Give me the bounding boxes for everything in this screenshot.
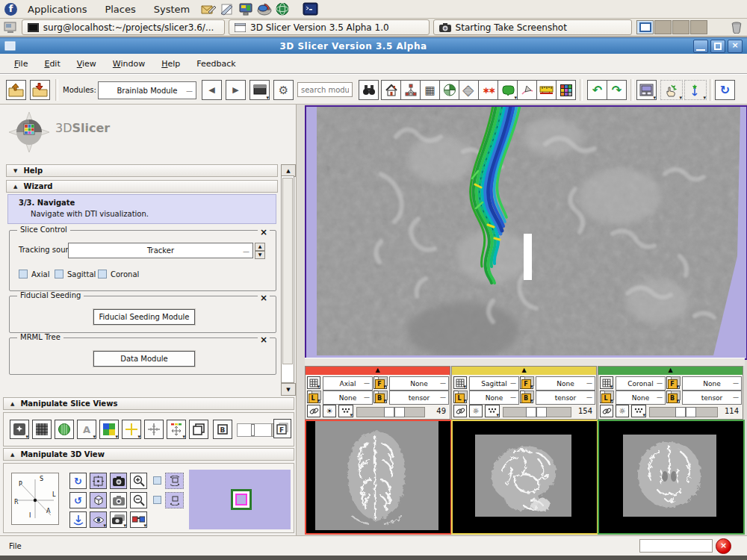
coronal-orientation-combobox[interactable]: Coronal— (616, 376, 666, 391)
axial-labelmap-combobox[interactable]: None— (323, 391, 373, 405)
look-from-button[interactable] (90, 492, 107, 508)
module-forward-button[interactable]: ▶ (226, 80, 246, 100)
sagittal-fit-button[interactable]: ▾ (485, 405, 500, 417)
sagittal-controller-bar[interactable]: ▲ (452, 367, 596, 375)
slice-label-opacity-button[interactable]: A ▾ (77, 420, 96, 439)
fade-slider[interactable] (237, 423, 273, 437)
manipulate-slice-views-header[interactable]: ▲ Manipulate Slice Views (3, 397, 294, 410)
slice-spatial-units-button[interactable]: ▾ (167, 420, 186, 439)
module-history-button[interactable]: ▾ (249, 80, 270, 100)
view-splitter[interactable]: ▼ ▲ (305, 358, 745, 366)
axial-orientation-combobox[interactable]: Axial— (323, 376, 373, 391)
axial-fit-button[interactable]: ▾ (338, 405, 353, 417)
ruler-module-button[interactable] (536, 80, 557, 100)
undo-button[interactable]: ↶ (587, 80, 607, 100)
sagittal-background-combobox[interactable]: tensor— (536, 391, 595, 405)
help-section-header[interactable]: ▼ Help (6, 164, 278, 177)
coronal-slice-link-grid-button[interactable]: ▾ (600, 376, 613, 389)
rock-checkbox[interactable] (153, 496, 161, 504)
scrollbar-down-button[interactable]: ▼ (281, 383, 296, 396)
coronal-slice-slider[interactable] (649, 407, 718, 417)
slice-grid-button[interactable] (32, 420, 52, 439)
coronal-foreground-button[interactable]: F▾ (666, 376, 680, 389)
sagittal-background-button[interactable]: B▾ (520, 391, 533, 403)
coronal-visibility-button[interactable]: ☼ (616, 405, 629, 417)
show-desktop-icon[interactable] (3, 20, 18, 35)
toggle-background-button[interactable]: B (213, 420, 232, 439)
workspace-3[interactable] (672, 20, 689, 34)
slider-handle[interactable] (384, 407, 394, 417)
close-button[interactable]: × (728, 40, 743, 53)
visibility-3d-button[interactable]: ▾ (90, 511, 107, 528)
save-scene-button[interactable] (30, 80, 50, 100)
axial-background-button[interactable]: B▾ (374, 391, 387, 403)
sagittal-visibility-button[interactable]: ☼ (469, 405, 483, 417)
slider-handle[interactable] (675, 407, 686, 417)
coronal-slice-view[interactable] (598, 420, 745, 535)
taskbar-item-screenshot[interactable]: Starting Take Screenshot (433, 19, 633, 35)
load-scene-button[interactable] (6, 80, 26, 100)
slider-handle[interactable] (394, 407, 405, 417)
menu-file[interactable]: File (6, 57, 36, 71)
axial-link-button[interactable] (307, 405, 320, 417)
coronal-fit-button[interactable]: ▾ (631, 405, 646, 417)
menu-system[interactable]: System (146, 2, 197, 16)
layout-button[interactable]: ▾ (636, 80, 657, 100)
pitch-view-button[interactable] (69, 511, 87, 528)
navigation-view-box[interactable] (231, 489, 252, 510)
sagittal-checkbox[interactable] (55, 270, 63, 279)
slider-handle[interactable] (686, 407, 696, 417)
wizard-section-header[interactable]: ▲ Wizard (6, 180, 278, 193)
sagittal-slice-view[interactable] (451, 420, 598, 535)
maximize-button[interactable] (710, 40, 725, 53)
compose-launcher-icon[interactable] (219, 1, 235, 16)
modules-combobox[interactable]: Brainlab Module — (98, 81, 196, 99)
editor-module-button[interactable]: ▾ (498, 80, 518, 100)
spinner-up-button[interactable]: ▲ (255, 243, 265, 251)
axial-background-combobox[interactable]: tensor— (389, 391, 449, 405)
axial-foreground-button[interactable]: F▾ (374, 376, 387, 389)
sagittal-orientation-combobox[interactable]: Sagittal— (469, 376, 519, 391)
chart-launcher-icon[interactable] (256, 1, 272, 16)
coronal-link-button[interactable] (600, 405, 613, 417)
email-launcher-icon[interactable] (200, 1, 216, 16)
menu-window[interactable]: Window (105, 57, 153, 71)
screenshot-button[interactable] (110, 473, 127, 489)
data-module-button[interactable] (400, 80, 421, 100)
menu-applications[interactable]: Applications (20, 2, 94, 16)
window-titlebar[interactable]: 3D Slicer Version 3.5 Alpha × (0, 37, 747, 54)
coronal-checkbox[interactable] (98, 270, 107, 279)
globe-launcher-icon[interactable] (275, 1, 291, 16)
workspace-2[interactable] (654, 20, 672, 34)
axial-controller-bar[interactable]: ▲ (306, 367, 450, 375)
view-3d[interactable] (305, 105, 747, 360)
coronal-labelmap-combobox[interactable]: None— (616, 391, 666, 405)
stereo-button[interactable]: ▾ (130, 511, 147, 528)
manipulate-3d-view-header[interactable]: ▲ Manipulate 3D View (3, 448, 294, 461)
spin-view-button[interactable]: ↺ (69, 492, 87, 508)
sagittal-labelmap-combobox[interactable]: None— (469, 391, 519, 405)
workspace-switcher[interactable] (636, 20, 707, 34)
sagittal-slice-slider[interactable] (503, 407, 571, 417)
display-settings-launcher-icon[interactable] (238, 1, 253, 16)
orientation-axes-widget[interactable]: P S L R I A (11, 473, 59, 525)
module-config-button[interactable]: ⚙ (273, 80, 294, 100)
colors-module-button[interactable] (556, 80, 576, 100)
menu-places[interactable]: Places (97, 2, 143, 16)
crosshair-grid-button[interactable] (144, 420, 164, 439)
slice-control-close-icon[interactable]: × (258, 228, 270, 237)
refresh-views-button[interactable]: ↻ (715, 80, 735, 100)
menu-feedback[interactable]: Feedback (188, 57, 244, 71)
place-fiducial-mode-button[interactable]: ▾ (684, 80, 707, 100)
navigation-preview[interactable] (189, 470, 291, 529)
measurements-module-button[interactable] (517, 80, 537, 100)
transforms-module-button[interactable]: ▨ (459, 80, 479, 100)
slice-model-visibility-button[interactable] (55, 420, 74, 439)
menu-help[interactable]: Help (153, 57, 188, 71)
zoom-out-button[interactable] (130, 492, 147, 508)
center-view-button[interactable] (90, 473, 107, 489)
axial-labelmap-button[interactable]: L▾ (307, 391, 320, 403)
fiducials-module-button[interactable]: ∗∗ (478, 80, 498, 100)
taskbar-item-slicer[interactable]: 3D Slicer Version 3.5 Alpha 1.0 (229, 19, 430, 35)
terminal-launcher-icon[interactable] (303, 1, 318, 16)
